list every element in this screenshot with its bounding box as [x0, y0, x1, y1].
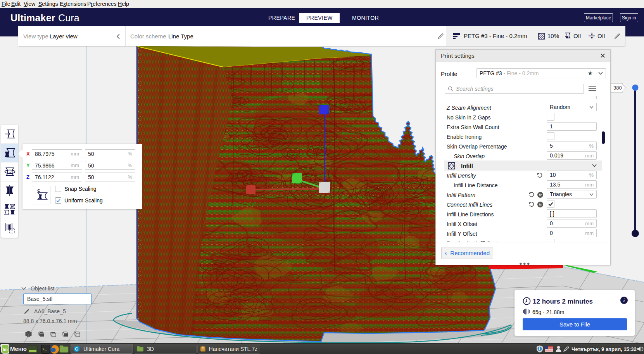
- svg-text:C: C: [75, 347, 78, 351]
- svg-text:>_: >_: [42, 347, 47, 352]
- svg-text:380: 380: [613, 85, 622, 91]
- svg-text:lm: lm: [3, 347, 8, 352]
- svg-text:i: i: [539, 347, 540, 351]
